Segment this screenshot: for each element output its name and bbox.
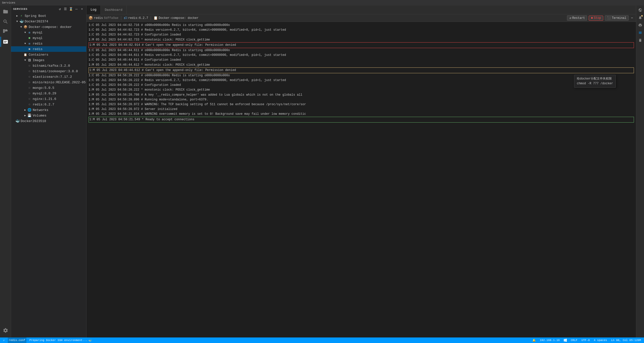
bitnami-zookeeper-label: bitnami/zookeeper:3.8.0	[33, 69, 78, 73]
activity-explorer[interactable]	[1, 7, 11, 17]
sidebar-item-bitnami-zookeeper[interactable]: ○ bitnami/zookeeper:3.8.0	[11, 68, 86, 74]
toolbar-image-info: 🏷 redis:6.2.7	[124, 16, 148, 20]
mysql-icon: ■	[27, 36, 32, 40]
sidebar-item-bitnami-kafka[interactable]: ○ bitnami/kafka:3.2.0	[11, 63, 86, 68]
docker-compose-label: Docker-compose: docker	[29, 25, 72, 29]
sidebar-item-docker202374[interactable]: ▼ 🐳 Docker202374	[11, 19, 86, 24]
tooltip: 给docker分配文件夹权限 chmod -R 777 /docker	[574, 75, 616, 88]
sidebar-item-images[interactable]: ▼ 🖼 Images	[11, 57, 86, 63]
sidebar-item-redis[interactable]: ■ redis	[11, 46, 86, 52]
images-icon: 🖼	[27, 59, 32, 62]
sidebar-action-add[interactable]: +	[80, 7, 84, 11]
restart-label: Restart	[572, 16, 585, 20]
mysql-group-label: mysql	[33, 31, 43, 34]
sidebar-item-mysql-group[interactable]: ▼ ⊞ mysql	[11, 30, 86, 35]
sidebar-item-mysql-img[interactable]: ○ mysql:8.0.29	[11, 91, 86, 96]
minio-label: minio/minio:RELEASE.2022-05-26T05-48-41Z	[33, 81, 86, 84]
docker202374-icon: 🐳	[19, 19, 24, 24]
sidebar-item-docker2023518[interactable]: 🐳 Docker2023518	[11, 118, 86, 124]
toolbar-container-info: 📦 redis 6dffa9ae	[89, 16, 118, 20]
log-line-13: 1:C 05 Jul 2023 04:56:20.222 # Configura…	[89, 83, 634, 88]
tab-bar: Log Dashboard	[87, 6, 636, 14]
activity-services[interactable]	[1, 37, 11, 47]
terminal-label: Terminal	[612, 16, 626, 20]
image-name: redis:6.2.7	[128, 16, 148, 20]
status-windows-icon[interactable]	[563, 337, 568, 343]
sidebar-header: Services ↺ ☰ ⌛ ↔ +	[11, 6, 86, 13]
volumes-icon: 💾	[27, 113, 32, 118]
tab-dashboard[interactable]: Dashboard	[101, 6, 127, 14]
activity-search[interactable]	[1, 17, 11, 27]
sidebar-tree: ▶ ⚡ Spring Boot ▼ 🐳 Docker202374 ▼ 📦 Doc…	[11, 13, 86, 337]
log-line-5: 1:M 05 Jul 2023 04:44:02.914 # Can't ope…	[89, 42, 634, 48]
activity-git[interactable]	[1, 27, 11, 37]
sidebar-item-nginx[interactable]: ○ nginx:1.21.6	[11, 96, 86, 102]
toolbar-compose-info: 📋 Docker-compose: docker	[153, 16, 198, 20]
sidebar-action-refresh[interactable]: ↺	[58, 7, 62, 11]
toolbar-sep-2	[151, 16, 151, 20]
log-line-1: 1:C 05 Jul 2023 04:44:02.716 # o000o0000…	[89, 23, 634, 28]
sidebar-item-spring-boot[interactable]: ▶ ⚡ Spring Boot	[11, 13, 86, 19]
status-bell[interactable]: 🔔	[531, 337, 537, 343]
containers-icon: 📋	[23, 53, 28, 56]
tree-arrow-mysql-group: ▼	[23, 31, 27, 34]
log-line-7: 1:C 05 Jul 2023 04:46:44.611 # Redis ver…	[89, 53, 634, 58]
status-remote[interactable]: ⚡	[2, 337, 6, 343]
sidebar-item-redis-group[interactable]: ▼ ⊞ redis	[11, 41, 86, 46]
bitnami-kafka-label: bitnami/kafka:3.2.0	[33, 64, 70, 68]
mysql-img-icon: ○	[27, 92, 32, 95]
sidebar-item-containers[interactable]: 📋 Containers	[11, 52, 86, 57]
status-position[interactable]: Ln 98, Col 65:120M	[610, 337, 642, 343]
mongo-label: mongo:5.0.5	[33, 86, 54, 90]
mongo-icon: ○	[27, 86, 32, 90]
status-docker-env[interactable]: Preparing Docker SSH environment... 🐳	[28, 337, 93, 343]
right-bar-globe[interactable]	[637, 7, 644, 14]
compose-icon: 📋	[153, 16, 158, 20]
sidebar-item-redis-img[interactable]: ○ redis:6.2.7	[11, 102, 86, 107]
sidebar: Services ↺ ☰ ⌛ ↔ + ▶ ⚡ Spring Boot ▼ 🐳	[11, 6, 87, 337]
log-area[interactable]: 1:C 05 Jul 2023 04:44:02.716 # o000o0000…	[87, 22, 636, 337]
right-bar-print[interactable]	[637, 22, 644, 29]
sidebar-action-filter[interactable]: ☰	[63, 7, 68, 11]
right-bar-delete[interactable]	[637, 37, 644, 44]
sidebar-actions: ↺ ☰ ⌛ ↔ +	[58, 7, 84, 11]
restart-button[interactable]: ↺ Restart	[567, 15, 587, 21]
docker2023518-label: Docker2023518	[21, 119, 46, 123]
sidebar-item-minio[interactable]: ○ minio/minio:RELEASE.2022-05-26T05-48-4…	[11, 80, 86, 85]
redis-img-icon: ○	[27, 103, 32, 106]
right-bar-notifications[interactable]	[637, 14, 644, 21]
sidebar-item-elasticsearch[interactable]: ○ elasticsearch:7.17.2	[11, 74, 86, 80]
tree-arrow-docker-compose: ▼	[19, 26, 23, 28]
restart-icon: ↺	[569, 16, 571, 20]
tree-arrow-networks: ▶	[23, 108, 27, 111]
right-bar-active-panel[interactable]	[637, 29, 644, 36]
sidebar-item-mongo[interactable]: ○ mongo:5.0.5	[11, 85, 86, 91]
terminal-button[interactable]: ⬛ Terminal	[605, 15, 629, 21]
sidebar-item-docker-compose[interactable]: ▼ 📦 Docker-compose: docker	[11, 24, 86, 30]
toolbar: 📦 redis 6dffa9ae 🏷 redis:6.2.7 📋 Docker-…	[87, 14, 636, 22]
log-line-11: 1:C 05 Jul 2023 04:56:20.222 # o000o0000…	[89, 73, 634, 78]
tab-log[interactable]: Log	[87, 6, 101, 14]
sidebar-item-volumes[interactable]: ▶ 💾 Volumes	[11, 113, 86, 118]
status-spaces[interactable]: 4 spaces	[593, 337, 608, 343]
tree-arrow-volumes: ▶	[23, 114, 27, 117]
sidebar-action-collapse[interactable]: ⌛	[69, 7, 73, 11]
status-ip[interactable]: 192.168.1.16	[539, 337, 561, 343]
activity-settings[interactable]	[1, 325, 11, 335]
log-line-10: 1:M 05 Jul 2023 04:46:44.612 # Can't ope…	[89, 67, 634, 73]
toolbar-more-btn[interactable]: ⋯	[630, 16, 634, 20]
docker-compose-icon: 📦	[23, 25, 28, 29]
sidebar-action-expand[interactable]: ↔	[74, 7, 79, 11]
sidebar-item-networks[interactable]: ▶ 🌐 Networks	[11, 107, 86, 113]
status-file[interactable]: redis.conf	[8, 337, 26, 343]
status-encoding[interactable]: UTF-8	[580, 337, 591, 343]
log-line-9: 1:M 05 Jul 2023 04:46:44.612 * monotonic…	[89, 63, 634, 67]
log-line-3: 1:C 05 Jul 2023 04:44:02.723 # Configura…	[89, 32, 634, 37]
status-crlf[interactable]: CRLF	[570, 337, 578, 343]
stop-button[interactable]: ■ Stop	[589, 16, 603, 21]
sidebar-item-mysql[interactable]: ■ mysql	[11, 35, 86, 41]
docker2023518-icon: 🐳	[15, 119, 20, 123]
sidebar-title: Services	[13, 8, 27, 11]
nginx-icon: ○	[27, 97, 32, 101]
title-bar-text: Services	[2, 1, 15, 4]
